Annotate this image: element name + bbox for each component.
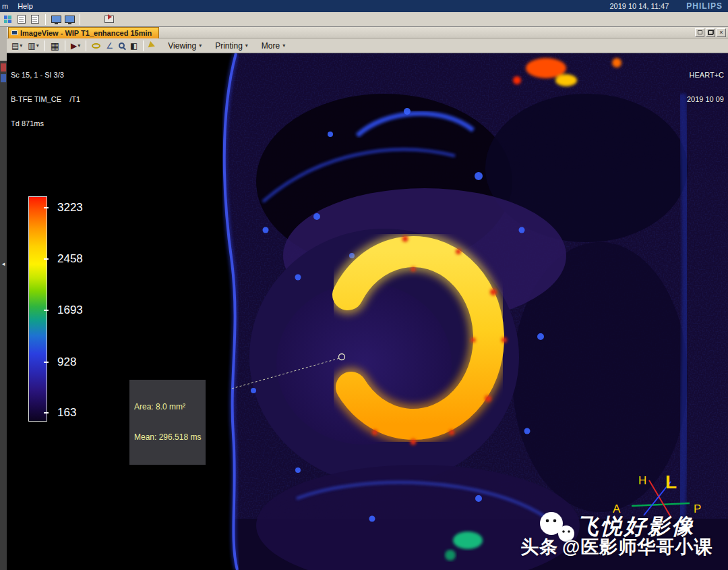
- ellipse-roi-button[interactable]: [90, 42, 102, 49]
- measurement-label[interactable]: Area: 8.0 mm² Mean: 296.518 ms: [129, 380, 206, 465]
- contrast-icon: ◧: [130, 42, 138, 50]
- toolbar-separator: [86, 40, 86, 51]
- chevron-down-icon: ▾: [20, 43, 22, 49]
- window-titlebar[interactable]: ImageView - WIP T1_enhanced 15min ×: [7, 27, 728, 38]
- image-info-top-left: Sc 15, 1 - SI 3/3 B-TFE TIM_CE /T1 Td 87…: [11, 55, 80, 144]
- menu-more-label: More: [262, 41, 280, 51]
- imageview-window: ImageView - WIP T1_enhanced 15min × ▤ ▾ …: [7, 27, 728, 570]
- monitor-icon: [65, 16, 75, 23]
- chevron-down-icon: ▾: [199, 43, 202, 49]
- watermark-credit-prefix: 头条: [520, 535, 558, 559]
- toolbar-separator: [143, 40, 144, 51]
- colorbar-label: 2458: [57, 252, 83, 266]
- apps-grid-icon: [4, 16, 12, 24]
- angle-tool-icon: ∠: [106, 42, 113, 50]
- play-icon: ▶: [71, 42, 77, 50]
- colorbar-tick: [44, 207, 49, 208]
- left-panel-strip[interactable]: ◂: [0, 61, 7, 570]
- page-icon: [31, 15, 39, 24]
- window-restore-button[interactable]: [695, 28, 704, 37]
- toolbar-separator: [80, 14, 80, 25]
- window-level-button[interactable]: ◧: [128, 41, 140, 51]
- measurement-mean: Mean: 296.518 ms: [134, 432, 201, 443]
- layout-page-button-2[interactable]: [30, 14, 40, 25]
- collapse-arrow-icon[interactable]: ◂: [0, 260, 7, 267]
- window-title: ImageView - WIP T1_enhanced 15min: [20, 29, 152, 37]
- measurement-area: Area: 8.0 mm²: [134, 402, 201, 412]
- export-icon: [104, 16, 114, 23]
- menu-printing-label: Printing: [215, 41, 243, 51]
- colorbar-tick: [44, 362, 49, 363]
- menu-viewing-label: Viewing: [168, 41, 196, 51]
- apps-grid-button[interactable]: [3, 14, 13, 25]
- cine-play-button[interactable]: ▶ ▾: [69, 41, 82, 51]
- toolbar-separator: [65, 40, 65, 51]
- menu-fragment: m: [2, 2, 8, 10]
- layout-cols-icon: ▥: [28, 42, 35, 50]
- layout-rows-icon: ▤: [11, 42, 19, 50]
- sequence-info-line: B-TFE TIM_CE /T1: [11, 95, 80, 103]
- layout-page-button-1[interactable]: [16, 14, 27, 25]
- system-datetime: 2019 10 14, 11:47: [609, 2, 669, 10]
- image-info-top-right: HEART+C 2019 10 09: [687, 55, 724, 119]
- image-layout-button[interactable]: ▥ ▾: [26, 41, 40, 51]
- orientation-l: L: [665, 472, 677, 492]
- colorbar-tick: [44, 258, 49, 260]
- pointer-icon: [148, 40, 160, 50]
- magnify-button[interactable]: [117, 42, 127, 49]
- colorbar-label: 3223: [57, 201, 83, 215]
- magnifier-icon: [119, 42, 125, 49]
- watermark-credit: 头条 @医影师华哥小课: [520, 535, 712, 559]
- strip-tool-icon-b: [1, 74, 6, 82]
- export-button[interactable]: [104, 14, 115, 25]
- imageview-tab[interactable]: ImageView - WIP T1_enhanced 15min: [8, 27, 159, 38]
- chevron-down-icon: ▾: [78, 43, 80, 49]
- scan-info-line: Sc 15, 1 - SI 3/3: [11, 71, 80, 79]
- td-info-line: Td 871ms: [11, 119, 80, 127]
- top-menubar: m Help 2019 10 14, 11:47 PHILIPS: [0, 0, 728, 12]
- study-date-line: 2019 10 09: [687, 95, 724, 103]
- menu-more[interactable]: More ▾: [255, 40, 291, 52]
- image-viewport[interactable]: Sc 15, 1 - SI 3/3 B-TFE TIM_CE /T1 Td 87…: [7, 53, 728, 570]
- system-toolbar: [0, 12, 728, 27]
- colorbar-label: 163: [57, 406, 76, 420]
- philips-logo: PHILIPS: [686, 1, 723, 11]
- matrix-layout-button[interactable]: ▦: [49, 40, 61, 51]
- restore-icon: [698, 30, 702, 34]
- monitor-button-1[interactable]: [51, 14, 61, 25]
- colorbar: [28, 196, 47, 422]
- imageview-toolbar: ▤ ▾ ▥ ▾ ▦ ▶ ▾ ∠ ◧: [7, 38, 728, 53]
- strip-tool-icon-a: [1, 63, 6, 72]
- angle-tool-button[interactable]: ∠: [104, 41, 115, 51]
- window-float-button[interactable]: [706, 28, 715, 37]
- series-layout-button[interactable]: ▤ ▾: [9, 41, 24, 51]
- menu-printing[interactable]: Printing ▾: [209, 40, 254, 52]
- watermark-credit-handle: @医影师华哥小课: [562, 535, 712, 559]
- monitor-button-2[interactable]: [64, 14, 75, 25]
- chevron-down-icon: ▾: [36, 43, 39, 49]
- colorbar-tick: [44, 412, 49, 414]
- colorbar-tick: [44, 310, 49, 311]
- colorbar-label: 1693: [57, 304, 83, 317]
- toolbar-separator: [44, 40, 45, 51]
- coil-info-line: HEART+C: [687, 71, 724, 79]
- menu-viewing[interactable]: Viewing ▾: [162, 40, 208, 52]
- imageview-icon: [11, 30, 18, 35]
- float-icon: [708, 30, 714, 35]
- chevron-down-icon: ▾: [282, 43, 285, 49]
- page-icon: [18, 15, 26, 24]
- help-menu[interactable]: Help: [18, 2, 33, 10]
- window-close-button[interactable]: ×: [717, 28, 726, 37]
- chevron-down-icon: ▾: [245, 43, 248, 49]
- monitor-icon: [51, 16, 61, 23]
- toolbar-separator: [45, 14, 46, 25]
- desktop: m Help 2019 10 14, 11:47 PHILIPS ◂ Image…: [0, 0, 728, 570]
- ellipse-roi-icon: [92, 43, 100, 49]
- colorbar-label: 928: [57, 355, 76, 369]
- pointer-tool-button[interactable]: [147, 42, 160, 50]
- matrix-icon: ▦: [51, 41, 59, 51]
- orientation-h: H: [638, 474, 646, 487]
